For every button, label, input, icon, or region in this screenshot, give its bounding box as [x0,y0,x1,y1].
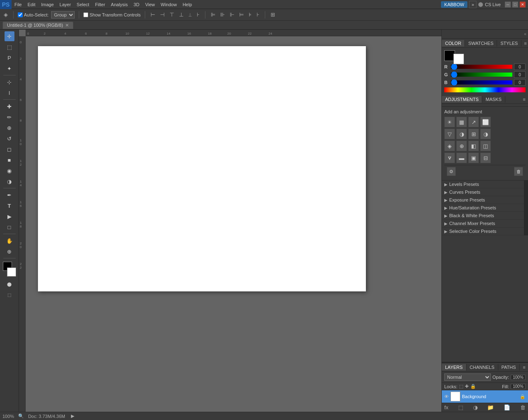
preset-selective-color[interactable]: ▶ Selective Color Presets [442,228,524,235]
adjustments-panel-options-button[interactable]: ≡ [521,97,528,102]
fill-input[interactable] [511,384,526,389]
lock-pixels-button[interactable]: ⬚ [459,384,463,389]
gradient-map-button[interactable]: ▬ [456,153,467,163]
menu-edit[interactable]: Edit [25,1,38,8]
distribute-bottom-icon[interactable]: ⊦ [255,11,261,18]
auto-select-dropdown[interactable]: Group Layer [51,11,75,19]
align-top-icon[interactable]: ⊥ [178,11,185,18]
eyedropper-tool-button[interactable]: I [5,88,14,98]
clone-stamp-tool-button[interactable]: ⊕ [5,123,14,133]
align-bottom-icon[interactable]: ⊦ [196,11,201,18]
distribute-center-v-icon[interactable]: ⊧ [248,11,253,18]
color-balance-button[interactable]: ⊞ [468,129,479,139]
align-left-icon[interactable]: ⊢ [149,11,156,18]
photo-filter-button[interactable]: ◈ [444,141,455,151]
blur-tool-button[interactable]: ◉ [5,166,14,176]
extend-workspace-button[interactable]: » [469,1,476,8]
align-center-h-icon[interactable]: ⊣ [159,11,166,18]
distribute-top-icon[interactable]: ⊨ [238,11,245,18]
red-slider[interactable] [451,65,512,69]
exposure-button[interactable]: ⬜ [480,117,491,127]
new-group-button[interactable]: 📁 [487,404,494,411]
menu-image[interactable]: Image [38,1,57,8]
pen-tool-button[interactable]: ✒ [5,190,14,200]
tab-channels[interactable]: CHANNELS [467,364,498,371]
opacity-input[interactable] [511,375,526,380]
zoom-icon[interactable]: 🔍 [18,413,24,419]
tab-paths[interactable]: PATHS [498,364,520,371]
workspace-button[interactable]: KABBOW [441,1,467,8]
curves-button[interactable]: ↗ [468,117,479,127]
menu-layer[interactable]: Layer [57,1,74,8]
preset-hue-saturation[interactable]: ▶ Hue/Saturation Presets [442,204,524,212]
preset-levels[interactable]: ▶ Levels Presets [442,181,524,188]
path-selection-tool-button[interactable]: ▶ [5,211,14,221]
align-right-icon[interactable]: ⊤ [168,11,175,18]
layer-visibility-icon[interactable]: 👁 [444,394,449,399]
brush-tool-button[interactable]: ✏ [5,112,14,122]
delete-layer-button[interactable]: 🗑 [520,404,526,411]
preset-channel-mixer[interactable]: ▶ Channel Mixer Presets [442,220,524,228]
color-panel-options-button[interactable]: ≡ [521,41,528,46]
canvas-controls-icon[interactable]: ⊞ [269,11,276,18]
menu-filter[interactable]: Filter [92,1,108,8]
black-white-button[interactable]: ◑ [480,129,491,139]
progress-arrow[interactable]: ▶ [71,413,74,419]
menu-3d[interactable]: 3D [131,1,142,8]
preset-exposure[interactable]: ▶ Exposure Presets [442,196,524,204]
green-value-input[interactable] [514,71,526,78]
layer-background[interactable]: 👁 Background 🔒 [442,390,528,403]
magic-wand-tool-button[interactable]: ✦ [5,63,14,73]
layers-panel-options-button[interactable]: ≡ [521,365,528,370]
posterize-button[interactable]: ◫ [480,141,491,151]
adjustment-trash-button[interactable]: 🗑 [514,167,523,176]
text-tool-button[interactable]: T [5,201,14,211]
eraser-tool-button[interactable]: ◻ [5,144,14,154]
tab-layers[interactable]: LAYERS [442,364,467,371]
blue-slider[interactable] [451,80,512,84]
distribute-center-h-icon[interactable]: ⊪ [219,11,226,18]
layer-adjustment-button[interactable]: ◑ [473,404,478,411]
menu-window[interactable]: Window [158,1,180,8]
fg-bg-colors[interactable] [2,262,17,277]
hue-saturation-button[interactable]: ◑ [456,129,467,139]
distribute-right-icon[interactable]: ⊩ [229,11,236,18]
selective-color-button[interactable]: ▣ [468,153,479,163]
window-maximize-button[interactable]: □ [512,2,518,7]
adjustment-settings-button[interactable]: ⚙ [447,167,456,176]
presets-scrollbar[interactable] [524,181,528,235]
shape-tool-button[interactable]: □ [5,222,14,232]
screen-mode-button[interactable]: ⬚ [5,290,14,300]
crop-tool-button[interactable]: ⊹ [5,77,14,87]
lock-position-button[interactable]: ✚ [465,384,469,389]
new-layer-button[interactable]: 📄 [504,404,510,411]
layer-mask-button[interactable]: ⬚ [458,404,463,411]
history-brush-tool-button[interactable]: ↺ [5,134,14,143]
lasso-tool-button[interactable]: P [5,53,14,63]
tab-color[interactable]: COLOR [442,40,465,47]
canvas[interactable] [38,46,366,291]
lock-all-button[interactable]: 🔒 [470,384,476,389]
dodge-tool-button[interactable]: ◑ [5,176,14,186]
menu-view[interactable]: View [142,1,158,8]
tab-swatches[interactable]: SWATCHES [465,40,497,47]
tab-adjustments[interactable]: ADJUSTMENTS [442,96,482,103]
spot-healing-tool-button[interactable]: ✚ [5,101,14,111]
auto-select-checkbox[interactable] [18,12,23,17]
move-tool-button[interactable]: ✛ [5,31,14,41]
red-value-input[interactable] [514,63,526,70]
menu-file[interactable]: File [12,1,25,8]
layer-fx-button[interactable]: fx [444,404,448,411]
green-slider[interactable] [451,73,512,77]
preset-black-white[interactable]: ▶ Black & White Presets [442,212,524,220]
window-minimize-button[interactable]: ─ [505,2,511,7]
show-transform-checkbox[interactable] [83,12,88,17]
menu-select[interactable]: Select [74,1,92,8]
align-center-v-icon[interactable]: ⟂ [187,11,193,18]
channel-mixer2-button[interactable]: ⊟ [480,153,491,163]
levels-button[interactable]: ▦ [456,117,467,127]
tool-options-icon[interactable]: ◈ [2,11,9,18]
invert-button[interactable]: ◧ [468,141,479,151]
menu-help[interactable]: Help [180,1,195,8]
gradient-tool-button[interactable]: ■ [5,155,14,165]
